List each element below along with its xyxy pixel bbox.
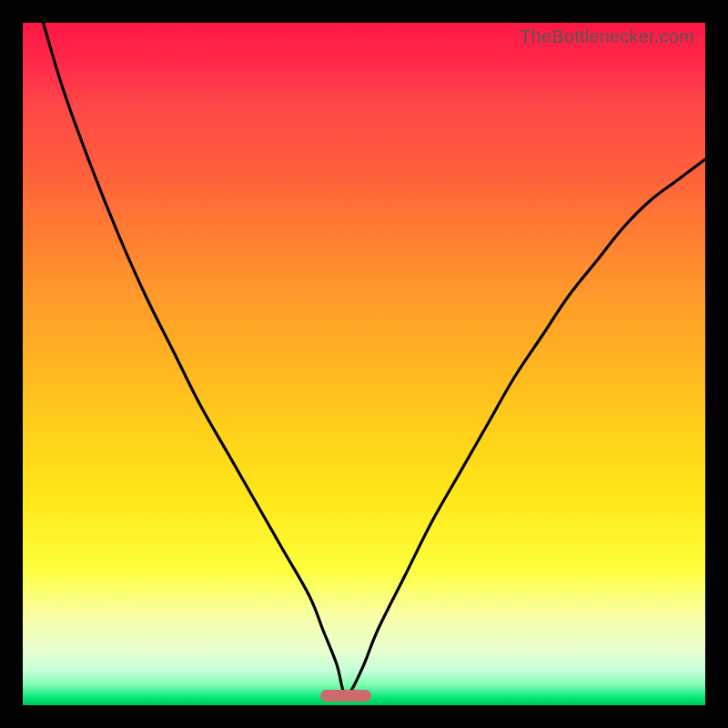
chart-panel: TheBottlenecker.com <box>23 23 705 705</box>
bottleneck-curve <box>23 23 705 705</box>
optimal-marker <box>320 690 371 702</box>
